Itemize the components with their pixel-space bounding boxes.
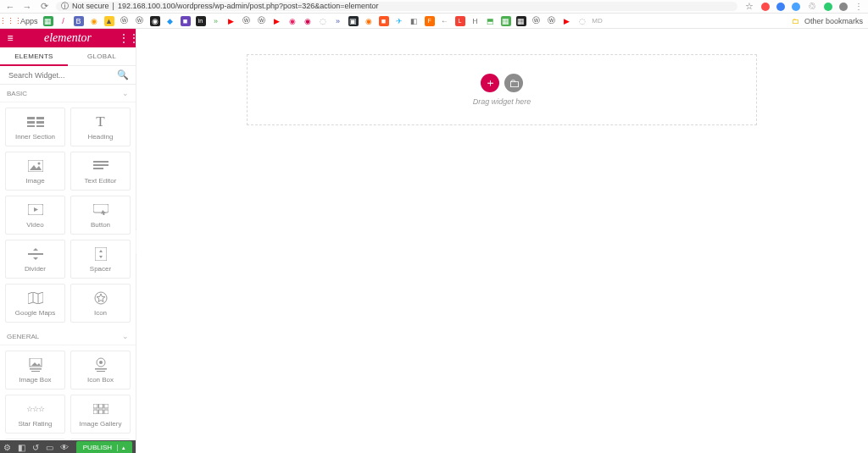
widget-text-editor[interactable]: Text Editor xyxy=(70,152,131,191)
extension-icons: ♲ ⋮ xyxy=(761,1,863,12)
bookmark-icon[interactable]: ■ xyxy=(379,16,389,26)
widget-video[interactable]: Video xyxy=(5,196,65,235)
history-icon[interactable]: ↺ xyxy=(32,443,39,452)
editor-canvas[interactable]: ＋ 🗀 Drag widget here xyxy=(136,29,868,453)
widget-spacer[interactable]: Spacer xyxy=(70,240,131,279)
widget-icon-box[interactable]: Icon Box xyxy=(70,351,131,389)
widget-star-rating[interactable]: ☆☆☆ Star Rating xyxy=(5,395,65,434)
other-bookmarks-label[interactable]: Other bookmarks xyxy=(804,17,863,25)
wordpress-icon[interactable]: ⓦ xyxy=(135,16,145,26)
elementor-sidebar: ≡ elementor ⋮⋮⋮ ELEMENTS GLOBAL 🔍 BASIC … xyxy=(0,29,136,453)
svg-marker-7 xyxy=(30,165,42,170)
widget-image-box[interactable]: Image Box xyxy=(5,351,65,389)
browser-menu-icon[interactable]: ⋮ xyxy=(854,2,863,11)
widget-divider[interactable]: Divider xyxy=(5,240,65,279)
widget-label: Button xyxy=(91,221,110,229)
wordpress-icon[interactable]: ⓦ xyxy=(120,16,130,26)
bookmark-icon[interactable]: ◆ xyxy=(165,16,175,26)
youtube-icon[interactable]: ▶ xyxy=(226,16,236,26)
wordpress-icon[interactable]: ⓦ xyxy=(257,16,267,26)
youtube-icon[interactable]: ▶ xyxy=(562,16,572,26)
category-general-label: GENERAL xyxy=(7,333,39,340)
bookmark-icon[interactable]: H xyxy=(470,16,481,26)
bookmark-icon[interactable]: B xyxy=(74,16,84,26)
svg-point-32 xyxy=(99,361,103,364)
bookmark-icon[interactable]: » xyxy=(333,16,343,26)
bookmark-icon[interactable]: F xyxy=(425,16,435,26)
ext-icon[interactable] xyxy=(761,3,770,11)
avatar-icon[interactable] xyxy=(839,3,848,11)
svg-rect-11 xyxy=(93,168,103,169)
widget-google-maps[interactable]: Google Maps xyxy=(5,284,65,323)
bookmark-icon[interactable]: ■ xyxy=(181,16,191,26)
widget-list: BASIC ⌄ Inner Section T Heading xyxy=(0,85,136,440)
forward-icon[interactable]: → xyxy=(22,2,32,12)
search-input[interactable] xyxy=(7,70,117,80)
bookmark-icon[interactable]: in xyxy=(196,16,206,26)
navigator-icon[interactable]: ◧ xyxy=(18,443,25,452)
star-icon[interactable]: ☆ xyxy=(744,1,754,12)
widget-button[interactable]: Button xyxy=(70,196,131,235)
bookmark-icon[interactable]: ◉ xyxy=(150,16,160,26)
add-section-button[interactable]: ＋ xyxy=(481,74,499,92)
widgets-grid-icon[interactable]: ⋮⋮⋮ xyxy=(119,32,132,44)
bookmark-icon[interactable]: L xyxy=(455,16,465,26)
dropzone[interactable]: ＋ 🗀 Drag widget here xyxy=(247,54,757,125)
bookmark-icon[interactable]: » xyxy=(211,16,221,26)
preview-icon[interactable]: 👁 xyxy=(60,443,69,452)
tab-elements[interactable]: ELEMENTS xyxy=(0,47,68,65)
publish-button[interactable]: PUBLISH ▴ xyxy=(76,441,132,454)
bookmark-icon[interactable]: ▲ xyxy=(104,16,114,26)
responsive-icon[interactable]: ▭ xyxy=(46,443,53,452)
apps-icon[interactable]: ⋮⋮⋮ xyxy=(5,16,15,26)
bookmark-icon[interactable]: ← xyxy=(440,16,450,26)
wordpress-icon[interactable]: ⓦ xyxy=(242,16,252,26)
apps-label[interactable]: Apps xyxy=(20,17,38,25)
bookmark-icon[interactable]: ◧ xyxy=(409,16,420,26)
ext-icon[interactable] xyxy=(776,3,785,11)
wordpress-icon[interactable]: ⓦ xyxy=(547,16,557,26)
widget-inner-section[interactable]: Inner Section xyxy=(5,108,65,146)
bookmark-icon[interactable]: ◉ xyxy=(364,16,374,26)
wordpress-icon[interactable]: ⓦ xyxy=(531,16,542,26)
widget-image-gallery[interactable]: Image Gallery xyxy=(70,395,131,434)
template-library-button[interactable]: 🗀 xyxy=(504,74,523,92)
youtube-icon[interactable]: ▶ xyxy=(272,16,282,26)
bookmark-icon[interactable]: ▦ xyxy=(501,16,511,26)
bookmark-icon[interactable]: ✈ xyxy=(394,16,404,26)
widget-image[interactable]: Image xyxy=(5,152,65,191)
search-icon[interactable]: 🔍 xyxy=(117,69,129,80)
bookmark-icon[interactable]: ◌ xyxy=(318,16,328,26)
bookmark-icon[interactable]: ◉ xyxy=(89,16,99,26)
category-general[interactable]: GENERAL ⌄ xyxy=(0,328,136,345)
elementor-logo: elementor xyxy=(44,31,92,45)
button-icon xyxy=(93,202,108,218)
pinterest-icon[interactable]: ◉ xyxy=(287,16,298,26)
tab-global[interactable]: GLOBAL xyxy=(68,47,136,65)
settings-icon[interactable]: ⚙ xyxy=(3,443,11,452)
account-initials[interactable]: MD xyxy=(593,16,603,26)
bookmark-icon[interactable]: ◉ xyxy=(303,16,313,26)
bookmark-icon[interactable]: ◌ xyxy=(577,16,587,26)
bookmark-icon[interactable]: ▦ xyxy=(43,16,53,26)
reload-icon[interactable]: ⟳ xyxy=(39,1,49,12)
menu-icon[interactable]: ≡ xyxy=(3,32,17,44)
widget-heading[interactable]: T Heading xyxy=(70,108,131,146)
publish-dropdown-icon[interactable]: ▴ xyxy=(117,445,125,451)
svg-rect-29 xyxy=(30,368,42,370)
url-field[interactable]: ⓘ Not secure | 192.168.100.100/wordpress… xyxy=(56,2,737,11)
spacer-icon xyxy=(95,246,107,262)
ext-icon[interactable] xyxy=(824,3,832,11)
bookmark-icon[interactable]: ▦ xyxy=(516,16,526,26)
bookmark-icon[interactable]: ▣ xyxy=(348,16,359,26)
svg-rect-19 xyxy=(95,247,107,261)
widget-icon[interactable]: Icon xyxy=(70,284,131,323)
sync-icon[interactable]: ♲ xyxy=(807,1,817,12)
back-icon[interactable]: ← xyxy=(5,2,15,12)
ext-icon[interactable] xyxy=(792,3,800,11)
bookmark-icon[interactable]: / xyxy=(58,16,69,26)
divider-icon xyxy=(28,246,43,262)
category-basic[interactable]: BASIC ⌄ xyxy=(0,85,136,102)
folder-icon[interactable]: 🗀 xyxy=(791,16,801,26)
bookmark-icon[interactable]: ⬒ xyxy=(486,16,496,26)
